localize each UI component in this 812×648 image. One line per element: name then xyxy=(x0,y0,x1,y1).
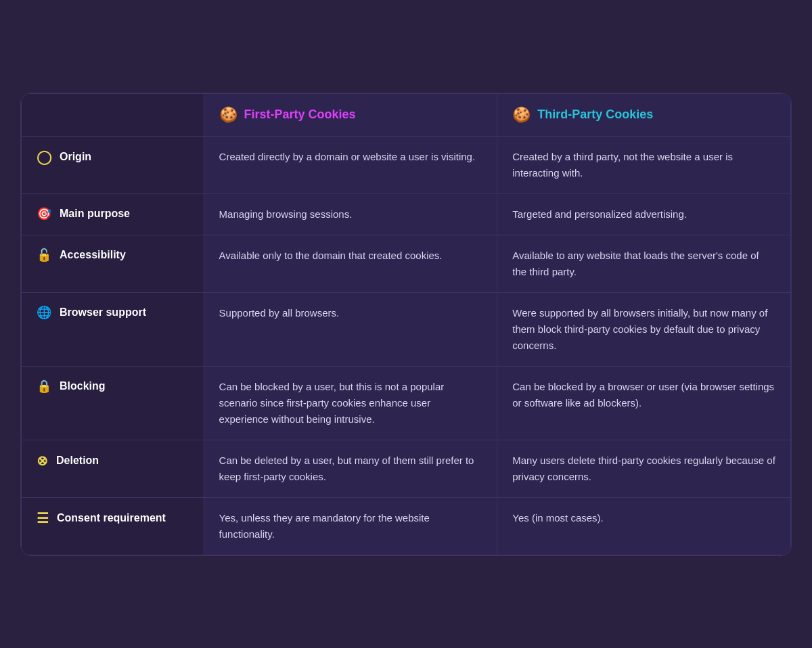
main-purpose-icon: 🎯 xyxy=(37,206,51,221)
row-label-origin: ◯ Origin xyxy=(22,136,204,193)
third-party-cookie-icon: 🍪 xyxy=(512,106,531,124)
header-first-party: 🍪 First-Party Cookies xyxy=(204,93,497,136)
table-row: 🔓 Accessibility Available only to the do… xyxy=(22,235,791,292)
row-label-browser-support: 🌐 Browser support xyxy=(22,292,204,366)
row-label-text: Accessibility xyxy=(60,249,126,261)
row-label-deletion: ⊗ Deletion xyxy=(22,440,204,497)
first-party-cell-3: Supported by all browsers. xyxy=(204,292,497,366)
first-party-cell-1: Managing browsing sessions. xyxy=(204,193,497,235)
row-label-text: Origin xyxy=(60,151,91,163)
comparison-table: 🍪 First-Party Cookies 🍪 Third-Party Cook… xyxy=(20,93,792,556)
row-label-text: Browser support xyxy=(60,306,146,319)
third-party-cell-6: Yes (in most cases). xyxy=(497,497,791,555)
first-party-label: First-Party Cookies xyxy=(244,108,356,122)
first-party-cell-2: Available only to the domain that create… xyxy=(204,235,497,292)
accessibility-icon: 🔓 xyxy=(37,248,51,262)
header-third-party: 🍪 Third-Party Cookies xyxy=(497,93,791,136)
row-label-blocking: 🔒 Blocking xyxy=(22,366,204,440)
row-label-accessibility: 🔓 Accessibility xyxy=(22,235,204,292)
third-party-cell-4: Can be blocked by a browser or user (via… xyxy=(497,366,791,440)
table-row: 🌐 Browser support Supported by all brows… xyxy=(22,292,791,366)
table-row: ☰ Consent requirement Yes, unless they a… xyxy=(22,497,791,555)
row-label-text: Main purpose xyxy=(60,208,130,220)
third-party-cell-1: Targeted and personalized advertising. xyxy=(497,193,791,235)
table-row: ◯ Origin Created directly by a domain or… xyxy=(22,136,791,193)
browser-support-icon: 🌐 xyxy=(37,305,51,320)
third-party-label: Third-Party Cookies xyxy=(537,108,653,122)
header-empty xyxy=(22,93,204,136)
row-label-text: Blocking xyxy=(60,380,106,392)
first-party-cell-0: Created directly by a domain or website … xyxy=(204,136,497,193)
table-row: ⊗ Deletion Can be deleted by a user, but… xyxy=(22,440,791,497)
blocking-icon: 🔒 xyxy=(37,379,51,394)
table-row: 🎯 Main purpose Managing browsing session… xyxy=(22,193,791,235)
third-party-cell-2: Available to any website that loads the … xyxy=(497,235,791,292)
first-party-cell-5: Can be deleted by a user, but many of th… xyxy=(204,440,497,497)
row-label-consent-requirement: ☰ Consent requirement xyxy=(22,497,204,555)
row-label-text: Consent requirement xyxy=(57,512,166,524)
third-party-cell-0: Created by a third party, not the websit… xyxy=(497,136,791,193)
first-party-cookie-icon: 🍪 xyxy=(219,106,238,124)
third-party-cell-3: Were supported by all browsers initially… xyxy=(497,292,791,366)
first-party-cell-4: Can be blocked by a user, but this is no… xyxy=(204,366,497,440)
first-party-cell-6: Yes, unless they are mandatory for the w… xyxy=(204,497,497,555)
table-row: 🔒 Blocking Can be blocked by a user, but… xyxy=(22,366,791,440)
third-party-cell-5: Many users delete third-party cookies re… xyxy=(497,440,791,497)
consent-icon: ☰ xyxy=(37,510,49,526)
row-label-text: Deletion xyxy=(56,455,99,467)
origin-icon: ◯ xyxy=(37,149,51,165)
row-label-main-purpose: 🎯 Main purpose xyxy=(22,193,204,235)
deletion-icon: ⊗ xyxy=(37,453,48,469)
